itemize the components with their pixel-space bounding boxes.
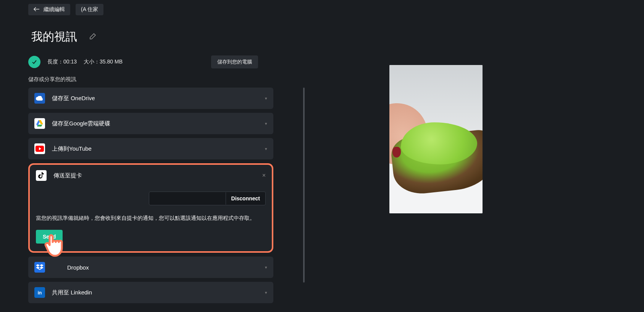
- size-label: 大小：35.80 MB: [84, 58, 123, 65]
- dest-linkedin[interactable]: in 共用至 Linkedin ▾: [28, 282, 273, 303]
- close-icon[interactable]: ×: [262, 172, 266, 179]
- arrow-left-icon: [34, 6, 40, 13]
- tiktok-account-box: Disconnect: [149, 192, 266, 205]
- dest-tiktok-panel: 傳送至提卡 × Disconnect 當您的視訊準備就緒時，您會收到來自提卡的通…: [28, 163, 273, 253]
- chevron-down-icon: ▾: [265, 121, 267, 126]
- save-to-pc-button[interactable]: 儲存到您的電腦: [211, 55, 258, 68]
- dest-youtube[interactable]: 上傳到YouTube ▾: [28, 138, 273, 159]
- save-to-pc-label: 儲存到您的電腦: [217, 59, 252, 65]
- chevron-down-icon: ▾: [265, 96, 267, 101]
- svg-text:in: in: [38, 290, 42, 296]
- youtube-icon: [34, 143, 45, 154]
- video-preview-thumbnail: [389, 65, 483, 213]
- dest-dropbox-label: Dropbox: [67, 264, 89, 271]
- chevron-down-icon: ▾: [265, 290, 267, 295]
- dest-gdrive-label: 儲存至Google雲端硬碟: [52, 120, 110, 127]
- edit-title-icon[interactable]: [89, 33, 96, 41]
- dest-tiktok-label: 傳送至提卡: [53, 172, 82, 179]
- linkedin-icon: in: [34, 287, 45, 298]
- dest-gdrive[interactable]: 儲存至Google雲端硬碟 ▾: [28, 113, 273, 134]
- page-title: 我的視訊: [31, 29, 77, 45]
- disconnect-button[interactable]: Disconnect: [226, 192, 265, 205]
- dropbox-icon: [34, 262, 45, 273]
- scrollbar-thumb[interactable]: [303, 88, 305, 283]
- dest-youtube-label: 上傳到YouTube: [52, 145, 92, 153]
- continue-edit-label: 繼續編輯: [44, 6, 65, 13]
- tiktok-note: 當您的視訊準備就緒時，您會收到來自提卡的通知，您可以點選該通知以在應用程式中存取…: [36, 214, 266, 222]
- send-button[interactable]: Send: [36, 230, 63, 244]
- dest-linkedin-label: 共用至 Linkedin: [52, 289, 92, 296]
- send-label: Send: [43, 234, 56, 240]
- length-label: 長度：00:13: [47, 58, 77, 65]
- home-label: (A 住家: [81, 6, 98, 13]
- disconnect-label: Disconnect: [231, 195, 260, 202]
- scrollbar[interactable]: [303, 88, 305, 303]
- onedrive-icon: [34, 93, 45, 104]
- dest-onedrive[interactable]: 儲存至 OneDrive ▾: [28, 88, 273, 109]
- chevron-down-icon: ▾: [265, 265, 267, 270]
- share-section-label: 儲存或分享您的視訊: [0, 68, 302, 83]
- dest-onedrive-label: 儲存至 OneDrive: [52, 95, 95, 102]
- continue-edit-button[interactable]: 繼續編輯: [28, 4, 70, 15]
- chevron-down-icon: ▾: [265, 146, 267, 151]
- home-button[interactable]: (A 住家: [76, 4, 103, 15]
- gdrive-icon: [34, 118, 45, 129]
- tiktok-icon: [36, 170, 47, 181]
- dest-dropbox[interactable]: Dropbox ▾: [28, 257, 273, 278]
- tiktok-account-field[interactable]: [149, 192, 226, 205]
- status-check-icon: [28, 56, 40, 68]
